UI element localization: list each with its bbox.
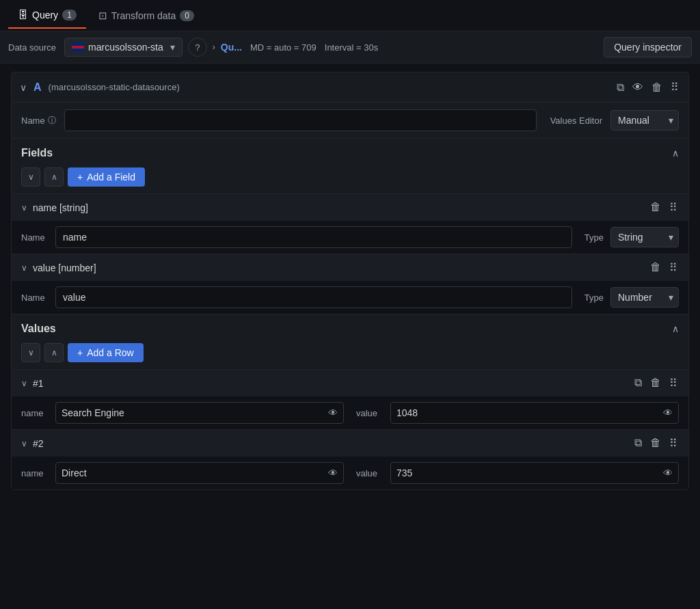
tab-transform[interactable]: ⊡ Transform data 0 [89,3,204,29]
query-collapse-icon[interactable]: ∨ [20,82,27,93]
row-2-drag-icon[interactable]: ⠿ [668,435,679,451]
values-order-up-button[interactable]: ∧ [44,343,64,362]
field-value-drag-icon[interactable]: ⠿ [668,260,679,275]
row-2-actions: ⧉ 🗑 ⠿ [633,435,679,451]
query-datasource-name: (marcusolsson-static-datasource) [49,82,180,92]
field-name-type-label: Type [584,232,604,243]
fields-order-up-button[interactable]: ∧ [44,167,64,187]
help-button[interactable]: ? [188,38,207,57]
row-2-num: #2 [33,438,44,449]
copy-icon[interactable]: ⧉ [615,80,625,95]
row-2-name-value-wrapper: Direct 👁 [55,462,344,484]
datasource-flag [72,42,84,52]
eye-icon[interactable]: 👁 [631,80,645,95]
value-row-2-header[interactable]: ∨ #2 ⧉ 🗑 ⠿ [12,430,688,457]
field-value-label: value [number] [33,262,96,273]
query-header: ∨ A (marcusolsson-static-datasource) ⧉ 👁… [12,72,688,103]
datasource-label: Data source [8,42,56,53]
values-section-header: Values ∧ [12,314,688,340]
row-2-name-eye-icon[interactable]: 👁 [328,468,338,478]
toolbar: Data source marcusolsson-sta ▾ ? › Qu...… [0,31,700,64]
row-1-value-value: 1048 [396,407,418,418]
field-value-header[interactable]: ∨ value [number] 🗑 ⠿ [12,254,688,281]
tab-query[interactable]: 🗄 Query 1 [8,2,86,29]
row-1-delete-icon[interactable]: 🗑 [649,375,662,391]
field-name-input[interactable] [55,226,572,248]
row-1-value-label: value [356,408,383,418]
plus-row-icon: + [77,347,83,358]
tab-bar: 🗄 Query 1 ⊡ Transform data 0 [0,0,700,31]
value-row-2-data: name Direct 👁 value 735 👁 [12,457,688,489]
values-editor-select[interactable]: Manual Code [610,110,679,131]
field-name-header[interactable]: ∨ name [string] 🗑 ⠿ [12,194,688,221]
row-2-delete-icon[interactable]: 🗑 [649,435,662,451]
values-add-btn-row: ∨ ∧ + Add a Row [12,340,688,369]
value-row-1-header[interactable]: ∨ #1 ⧉ 🗑 ⠿ [12,370,688,396]
row-2-value-eye-icon[interactable]: 👁 [663,468,673,478]
value-row-2-section: ∨ #2 ⧉ 🗑 ⠿ name Direct 👁 value [12,429,688,489]
field-name-label: name [string] [33,202,88,213]
field-name-type-select-wrapper: String Number Boolean Time Enum Other [610,227,679,247]
row-1-name-label: name [21,408,49,418]
row-1-name-value-wrapper: Search Engine 👁 [55,402,344,424]
row-1-name-eye-icon[interactable]: 👁 [328,407,338,418]
row-1-drag-icon[interactable]: ⠿ [668,375,679,391]
value-row-1-section: ∨ #1 ⧉ 🗑 ⠿ name Search Engine 👁 value [12,369,688,429]
row-1-collapse-icon: ∨ [21,379,27,388]
field-value-input[interactable] [55,286,572,308]
row-2-value-value: 735 [396,468,412,478]
values-editor-select-wrapper: Manual Code [610,110,679,131]
chevron-down-icon: ▾ [170,42,175,53]
name-row: Name ⓘ Values Editor Manual Code [12,103,688,139]
field-value-delete-icon[interactable]: 🗑 [649,260,662,275]
row-2-name-value: Direct [62,468,87,478]
main-content: ∨ A (marcusolsson-static-datasource) ⧉ 👁… [0,64,700,504]
tab-query-badge: 1 [62,10,77,21]
fields-collapse-icon[interactable]: ∧ [672,148,679,159]
row-1-copy-icon[interactable]: ⧉ [633,375,643,391]
row-2-copy-icon[interactable]: ⧉ [633,435,643,451]
value-row-1-data: name Search Engine 👁 value 1048 👁 [12,396,688,429]
transform-icon: ⊡ [98,10,107,22]
add-row-button[interactable]: + Add a Row [68,343,144,362]
row-1-num: #1 [33,378,44,389]
values-title: Values [21,323,56,335]
plus-icon: + [77,172,83,182]
field-value-section: ∨ value [number] 🗑 ⠿ Name Type String Nu… [12,254,688,314]
field-name-type-select[interactable]: String Number Boolean Time Enum Other [610,227,679,247]
field-name-actions: 🗑 ⠿ [649,200,679,215]
field-value-edit-row: Name Type String Number Boolean Time Enu… [12,281,688,314]
field-name-drag-icon[interactable]: ⠿ [668,200,679,215]
query-breadcrumb-link[interactable]: Qu... [221,42,242,53]
tab-transform-badge: 0 [180,10,194,21]
row-2-collapse-icon: ∨ [21,439,27,448]
row-1-actions: ⧉ 🗑 ⠿ [633,375,679,391]
row-1-value-eye-icon[interactable]: 👁 [663,407,673,418]
db-icon: 🗄 [18,9,28,21]
values-order-down-button[interactable]: ∨ [21,343,40,362]
field-name-edit-row: Name Type String Number Boolean Time Enu… [12,221,688,254]
values-section: Values ∧ ∨ ∧ + Add a Row ∨ #1 ⧉ 🗑 [12,314,688,489]
breadcrumb-chevron: › [213,42,215,52]
delete-icon[interactable]: 🗑 [650,80,664,95]
fields-section-header: Fields ∧ [12,139,688,165]
field-name-delete-icon[interactable]: 🗑 [649,200,662,215]
query-header-actions: ⧉ 👁 🗑 ⠿ [615,79,680,95]
fields-title: Fields [21,147,53,159]
tab-query-label: Query [32,10,58,21]
field-value-type-select-wrapper: String Number Boolean Time Enum Other [610,287,679,308]
drag-icon[interactable]: ⠿ [669,79,680,95]
fields-order-down-button[interactable]: ∨ [21,167,40,187]
fields-add-btn-row: ∨ ∧ + Add a Field [12,165,688,193]
field-value-actions: 🗑 ⠿ [649,260,679,275]
name-input[interactable] [64,109,537,131]
query-inspector-button[interactable]: Query inspector [604,37,692,57]
field-value-type-select[interactable]: String Number Boolean Time Enum Other [610,287,679,308]
add-field-button[interactable]: + Add a Field [68,167,145,187]
field-value-type-label: Type [584,293,604,303]
values-collapse-icon[interactable]: ∧ [672,323,679,334]
toolbar-meta: MD = auto = 709 [250,42,317,53]
datasource-select[interactable]: marcusolsson-sta ▾ [64,38,183,57]
datasource-name: marcusolsson-sta [88,42,163,53]
name-label: Name ⓘ [21,115,56,126]
